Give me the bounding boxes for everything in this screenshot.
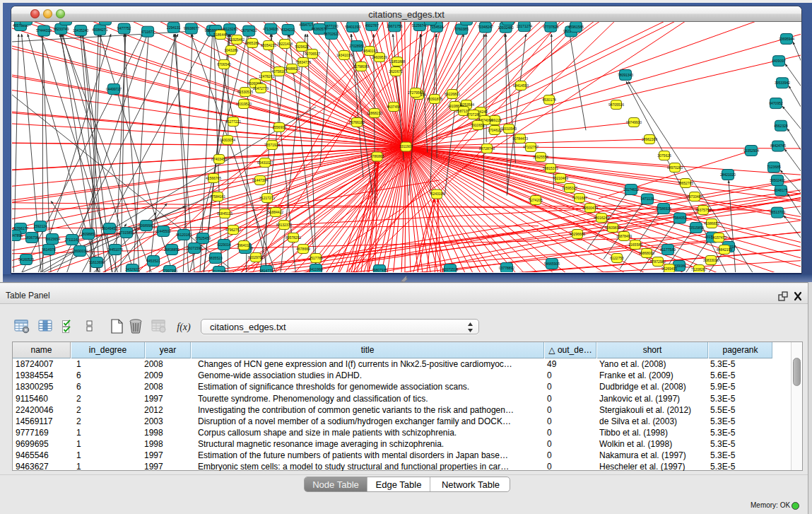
svg-text:85054235: 85054235: [261, 43, 276, 47]
svg-text:28098851: 28098851: [81, 232, 96, 236]
svg-text:3910651: 3910651: [471, 123, 485, 127]
svg-text:47134936: 47134936: [263, 27, 278, 31]
svg-text:13695944: 13695944: [779, 37, 794, 41]
svg-text:1836736: 1836736: [25, 235, 39, 240]
svg-text:7964053: 7964053: [673, 216, 687, 220]
svg-text:9477752: 9477752: [117, 26, 131, 30]
svg-text:15319520: 15319520: [236, 102, 252, 106]
svg-text:20472779: 20472779: [253, 86, 269, 90]
svg-text:83391878: 83391878: [427, 97, 442, 101]
svg-text:4530174: 4530174: [542, 98, 556, 102]
svg-text:6453521: 6453521: [146, 259, 160, 263]
svg-text:21851888: 21851888: [389, 59, 405, 64]
svg-text:09749930: 09749930: [626, 120, 642, 124]
svg-text:41986652: 41986652: [704, 221, 719, 226]
svg-text:4562328: 4562328: [774, 124, 788, 128]
svg-text:96513709: 96513709: [770, 210, 785, 214]
svg-text:5614978: 5614978: [42, 247, 56, 252]
svg-text:18702621: 18702621: [324, 32, 339, 36]
svg-text:6409097: 6409097: [772, 59, 786, 63]
svg-text:99938677: 99938677: [184, 26, 199, 30]
svg-text:31217271: 31217271: [259, 196, 275, 200]
svg-text:2620672: 2620672: [389, 69, 403, 74]
svg-text:5814770: 5814770: [259, 269, 273, 272]
svg-text:93352904: 93352904: [743, 148, 759, 153]
svg-text:94705516: 94705516: [608, 103, 624, 107]
svg-text:83132370: 83132370: [276, 223, 292, 227]
svg-text:87403450: 87403450: [211, 157, 227, 161]
svg-text:32595327: 32595327: [562, 186, 577, 190]
svg-text:92845115: 92845115: [217, 211, 233, 216]
svg-text:67525459: 67525459: [195, 236, 211, 240]
svg-text:61530515: 61530515: [237, 90, 253, 94]
svg-text:27177449: 27177449: [211, 269, 227, 272]
svg-text:71208267: 71208267: [691, 267, 707, 271]
svg-text:40758181: 40758181: [271, 69, 287, 74]
svg-text:5186449: 5186449: [213, 33, 228, 37]
svg-text:54665905: 54665905: [544, 262, 560, 266]
svg-text:33221418: 33221418: [277, 42, 293, 46]
svg-text:8835523: 8835523: [208, 256, 223, 260]
svg-text:67737826: 67737826: [543, 25, 558, 29]
svg-text:73834735: 73834735: [295, 60, 311, 64]
svg-text:45961586: 45961586: [568, 25, 584, 29]
svg-text:47102767: 47102767: [523, 145, 539, 149]
svg-text:18233749: 18233749: [53, 27, 69, 31]
svg-text:95269495: 95269495: [661, 267, 677, 271]
svg-text:1592124: 1592124: [33, 224, 47, 228]
svg-text:34540193: 34540193: [362, 49, 377, 53]
svg-text:2294131: 2294131: [167, 25, 181, 30]
svg-text:3556909: 3556909: [272, 125, 286, 129]
svg-text:39500479: 39500479: [582, 206, 598, 210]
svg-text:92706537: 92706537: [305, 52, 320, 56]
svg-text:24609539: 24609539: [372, 55, 387, 59]
svg-text:30833016: 30833016: [703, 258, 719, 262]
svg-text:13435240: 13435240: [73, 28, 88, 33]
svg-text:82029702: 82029702: [248, 255, 264, 259]
svg-text:56766182: 56766182: [349, 120, 365, 124]
svg-text:1704622: 1704622: [488, 128, 502, 132]
svg-text:03690034: 03690034: [72, 249, 88, 253]
svg-text:81447394: 81447394: [252, 178, 268, 182]
svg-text:73210469: 73210469: [553, 176, 568, 180]
svg-text:89226801: 89226801: [445, 92, 460, 96]
svg-text:49733484: 49733484: [687, 194, 702, 199]
svg-text:28962309: 28962309: [642, 137, 657, 141]
svg-text:47962757: 47962757: [225, 228, 241, 232]
svg-text:8707286: 8707286: [466, 112, 481, 117]
svg-text:75243106: 75243106: [429, 192, 445, 196]
svg-text:29671756: 29671756: [387, 24, 402, 28]
svg-text:78091343: 78091343: [618, 73, 633, 77]
svg-text:96360576: 96360576: [312, 27, 327, 31]
svg-text:f(x): f(x): [177, 322, 191, 333]
svg-text:0471138: 0471138: [640, 197, 654, 201]
svg-text:04157473: 04157473: [711, 235, 726, 240]
svg-text:13171274: 13171274: [517, 24, 532, 28]
svg-text:89578291: 89578291: [286, 235, 301, 240]
svg-text:02445502: 02445502: [155, 229, 171, 233]
svg-text:93296685: 93296685: [570, 232, 585, 236]
svg-text:0229014: 0229014: [217, 243, 231, 247]
svg-text:39868000: 39868000: [639, 251, 654, 255]
svg-text:77584161: 77584161: [210, 194, 225, 199]
svg-text:04499727: 04499727: [106, 87, 122, 91]
svg-text:3311907: 3311907: [399, 144, 413, 148]
svg-text:11798089: 11798089: [353, 64, 369, 69]
svg-text:8324210: 8324210: [281, 28, 295, 32]
svg-text:7123685: 7123685: [767, 165, 781, 169]
svg-text:28421020: 28421020: [720, 173, 736, 177]
svg-text:76615654: 76615654: [45, 237, 60, 241]
svg-text:12478261: 12478261: [259, 74, 274, 78]
svg-text:90010943: 90010943: [501, 127, 517, 131]
svg-text:68414593: 68414593: [513, 83, 529, 88]
svg-text:51884422: 51884422: [268, 210, 283, 214]
svg-text:59401399: 59401399: [345, 25, 360, 29]
svg-text:6048175: 6048175: [774, 188, 788, 192]
svg-text:41566765: 41566765: [206, 176, 221, 180]
svg-text:51925462: 51925462: [229, 37, 245, 42]
svg-text:5274205: 5274205: [529, 198, 543, 202]
svg-text:39533942: 39533942: [775, 81, 790, 85]
svg-text:75571928: 75571928: [264, 143, 280, 147]
svg-text:4865281: 4865281: [245, 41, 259, 45]
svg-text:40084271: 40084271: [92, 28, 107, 32]
